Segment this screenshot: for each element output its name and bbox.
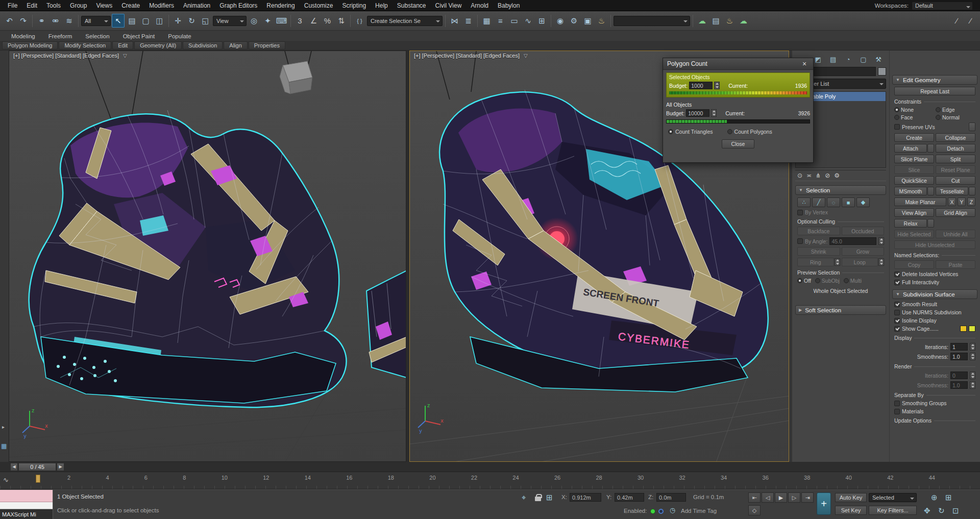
menu-item[interactable]: Babylon [493,2,524,9]
play-button[interactable]: ▶ [775,492,787,503]
configure-modifier-sets-icon[interactable]: ⚙ [834,172,840,179]
menu-item[interactable]: Substance [393,2,431,9]
schematic-view-icon[interactable]: ⊞ [535,14,548,28]
relax-button[interactable]: Relax [894,219,927,228]
align-icon[interactable]: ≣ [462,14,475,28]
ring-spinner[interactable] [835,258,840,266]
x-coordinate-field[interactable]: 0.912m [570,493,601,502]
render-smoothness-spinner[interactable] [970,381,975,389]
redo-icon[interactable]: ↷ [17,14,30,28]
menu-item[interactable]: Tools [42,2,65,9]
track-bar[interactable]: ∿ 24681012141618202224262830323436384042… [0,472,980,489]
render-production-icon[interactable]: ♨ [595,14,608,28]
viewport-right-label[interactable]: [+] [Perspective] [Standard] [Edged Face… [414,53,528,59]
grid-align-button[interactable]: Grid Align [936,208,975,217]
toggle-ribbon-icon[interactable]: ▭ [508,14,521,28]
render-production-b-icon[interactable]: ♨ [723,14,736,28]
menu-item[interactable]: Animation [179,2,215,9]
render-iterations-spinner[interactable] [970,372,975,379]
zoom-extents-all-icon[interactable]: ⊞ [945,493,952,502]
selection-lock-icon[interactable] [535,497,541,501]
backface-button[interactable]: Backface [797,227,840,235]
preview-off-radio[interactable] [797,278,802,283]
rendered-frame-window-icon[interactable]: ▣ [581,14,594,28]
time-slider-handle[interactable]: ◀ 0 / 45 ▶ [10,463,64,471]
polygon-subobject-icon[interactable]: ■ [842,197,855,207]
pin-stack-icon[interactable]: ⊙ [797,172,802,179]
menu-item[interactable]: Civil View [431,2,467,9]
ribbon-subtab[interactable]: Polygon Modeling [2,41,58,50]
menu-item[interactable]: Group [65,2,91,9]
by-angle-spinner[interactable] [878,237,884,245]
ribbon-subtab[interactable]: Geometry (All) [134,41,182,50]
orbit-icon[interactable]: ↻ [938,506,945,515]
smooth-result-checkbox[interactable] [894,302,900,307]
polygon-count-title-bar[interactable]: Polygon Count × [663,58,813,70]
maximize-viewport-icon[interactable]: ⊡ [952,506,959,515]
current-frame-display[interactable]: 0 / 45 [18,463,56,471]
display-iterations-field[interactable]: 1 [950,343,968,351]
ribbon-tab[interactable]: Populate [162,32,197,41]
split-button[interactable]: Split [936,155,975,163]
constraint-none-radio[interactable] [894,107,899,112]
object-color-swatch[interactable] [878,67,886,76]
viewport-label-text[interactable]: [+] [Perspective] [Standard] [Edged Face… [13,53,119,59]
edge-subobject-icon[interactable]: ╱ [812,197,825,207]
cage-selected-color-swatch[interactable] [969,326,975,332]
zoom-icon[interactable]: ⊕ [931,493,938,502]
transform-gizmo-icon[interactable]: ⊞ [546,493,553,502]
detach-button[interactable]: Detach [936,144,975,153]
render-smoothness-field[interactable]: 1.0 [950,381,968,389]
key-filters-button[interactable]: Key Filters... [869,506,917,515]
select-object-icon[interactable]: ↖ [112,14,125,28]
msmooth-button[interactable]: MSmooth [894,187,927,195]
y-coordinate-field[interactable]: 0.42m [615,493,644,502]
occluded-button[interactable]: Occluded [842,227,885,235]
set-key-button[interactable]: Set Key [835,506,867,515]
time-slider-track[interactable]: ◀ 0 / 45 ▶ [0,462,980,472]
preserve-uvs-settings-button[interactable] [969,122,975,131]
per-view-filter-icon[interactable]: ▽ [524,53,528,59]
smoothing-groups-checkbox[interactable] [894,401,900,406]
z-coordinate-field[interactable]: 0.0m [656,493,686,502]
display-smoothness-field[interactable]: 1.0 [950,353,968,360]
window-crossing-icon[interactable]: ◫ [153,14,166,28]
unhide-all-button[interactable]: Unhide All [936,230,975,238]
constraint-face-radio[interactable] [894,115,899,120]
modify-tab-icon[interactable]: ◩ [813,55,824,64]
ribbon-subtab[interactable]: Edit [112,41,133,50]
cloud-render-icon[interactable]: ☁ [737,14,750,28]
motion-tab-icon[interactable]: ◔ [843,55,854,64]
quickslice-button[interactable]: QuickSlice [894,176,934,185]
select-and-manipulate-icon[interactable]: ✦ [261,14,274,28]
tessellate-button[interactable]: Tessellate [936,187,968,195]
go-to-end-button[interactable]: ⇥ [801,492,814,503]
utilities-tab-icon[interactable]: ⚒ [873,55,884,64]
menu-item[interactable]: Scripting [337,2,371,9]
ribbon-subtab[interactable]: Properties [249,41,285,50]
reference-coordinate-dropdown[interactable]: View [213,16,247,26]
menu-item[interactable]: Help [371,2,393,9]
macro-recorder-pane[interactable] [0,490,53,502]
make-planar-z-button[interactable]: Z [967,197,975,206]
previous-frame-arrow[interactable]: ◀ [10,463,18,471]
dialog-close-button[interactable]: Close [722,139,754,149]
key-mode-toggle-button[interactable]: ◇ [748,505,761,515]
remove-modifier-icon[interactable]: ⊘ [825,172,830,179]
copy-button[interactable]: Copy [894,260,934,269]
ribbon-subtab[interactable]: Subdivision [183,41,223,50]
unlink-selection-icon[interactable]: ⚮ [49,14,62,28]
element-subobject-icon[interactable]: ◆ [856,197,870,207]
material-editor-icon[interactable]: ◉ [554,14,567,28]
ribbon-tab[interactable]: Object Paint [117,32,161,41]
shrink-button[interactable]: Shrink [797,247,840,256]
menu-item[interactable]: Rendering [262,2,299,9]
by-angle-field[interactable]: 45.0 [829,237,876,245]
slash-arrow-b-icon[interactable]: ∕ [964,14,977,28]
next-frame-arrow[interactable]: ▶ [57,463,64,471]
display-tab-icon[interactable]: ▢ [857,55,869,64]
snaps-toggle-icon[interactable]: 3 [293,14,306,28]
ribbon-subtab[interactable]: Modify Selection [59,41,111,50]
next-frame-button[interactable]: ▷ [788,492,800,503]
curve-editor-icon[interactable]: ∿ [522,14,534,28]
